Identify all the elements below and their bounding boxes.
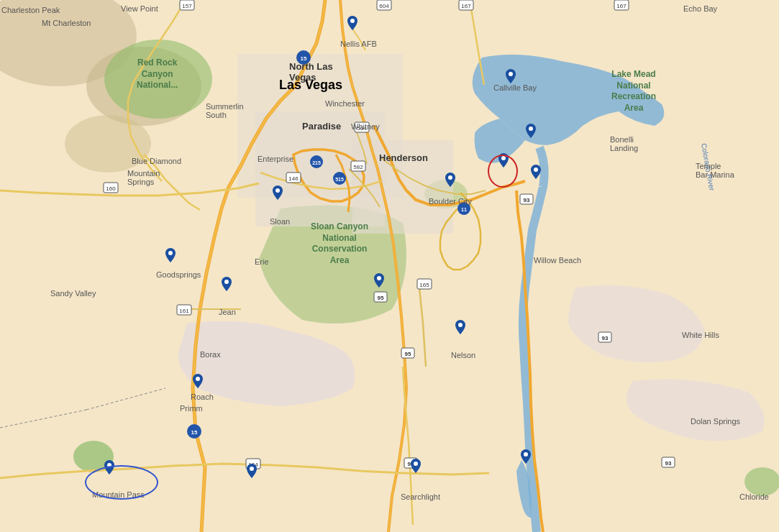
svg-text:93: 93 bbox=[524, 197, 530, 203]
pin-boulder-city[interactable] bbox=[445, 173, 455, 187]
svg-text:161: 161 bbox=[179, 308, 189, 314]
pin-goodsprings[interactable] bbox=[165, 248, 176, 262]
svg-text:160: 160 bbox=[106, 185, 116, 192]
svg-text:93: 93 bbox=[602, 335, 609, 341]
svg-point-67 bbox=[377, 276, 381, 280]
pin-nellis[interactable] bbox=[347, 16, 357, 30]
pin-colorado-south[interactable] bbox=[521, 449, 531, 464]
svg-point-58 bbox=[350, 19, 355, 23]
svg-point-66 bbox=[224, 280, 229, 284]
svg-text:15: 15 bbox=[301, 55, 307, 62]
svg-text:146: 146 bbox=[288, 175, 299, 182]
svg-point-70 bbox=[107, 463, 111, 467]
svg-text:167: 167 bbox=[461, 3, 471, 9]
svg-point-60 bbox=[529, 127, 533, 131]
svg-text:515: 515 bbox=[335, 177, 344, 182]
pin-hoover-dam-2[interactable] bbox=[531, 165, 541, 179]
map-container: 15 15 515 215 11 95 95 95 93 93 93 bbox=[0, 0, 779, 532]
pin-searchlight[interactable] bbox=[411, 459, 421, 473]
pin-south-center[interactable] bbox=[247, 464, 257, 478]
pin-nelson[interactable] bbox=[455, 320, 465, 334]
svg-point-68 bbox=[458, 323, 463, 327]
svg-text:95: 95 bbox=[378, 295, 384, 301]
svg-text:167: 167 bbox=[616, 3, 627, 9]
pin-callville[interactable] bbox=[506, 69, 516, 83]
svg-point-7 bbox=[744, 467, 779, 496]
svg-point-72 bbox=[414, 462, 418, 466]
svg-point-59 bbox=[509, 72, 513, 76]
pin-hoover-dam-1[interactable] bbox=[498, 153, 509, 168]
svg-text:165: 165 bbox=[419, 282, 429, 288]
pin-jean[interactable] bbox=[222, 277, 232, 291]
map-svg: 15 15 515 215 11 95 95 95 93 93 93 bbox=[0, 0, 779, 532]
svg-point-69 bbox=[196, 377, 200, 381]
pin-sloan[interactable] bbox=[273, 185, 283, 200]
svg-text:582: 582 bbox=[353, 164, 363, 170]
svg-text:604: 604 bbox=[379, 3, 389, 9]
pin-mountain-pass[interactable] bbox=[104, 460, 114, 474]
svg-point-4 bbox=[104, 40, 212, 119]
svg-point-73 bbox=[524, 452, 528, 457]
svg-text:95: 95 bbox=[405, 351, 411, 357]
svg-text:215: 215 bbox=[312, 160, 321, 165]
pin-center-desert[interactable] bbox=[374, 273, 384, 288]
svg-text:93: 93 bbox=[665, 460, 672, 467]
svg-point-65 bbox=[168, 251, 173, 255]
svg-point-64 bbox=[448, 175, 452, 180]
pin-roach[interactable] bbox=[193, 374, 203, 388]
pin-henderson-ne[interactable] bbox=[526, 124, 536, 138]
svg-point-61 bbox=[501, 156, 506, 160]
svg-text:15: 15 bbox=[191, 429, 198, 436]
svg-point-3 bbox=[65, 115, 151, 173]
svg-point-63 bbox=[275, 188, 280, 193]
svg-point-62 bbox=[534, 168, 538, 172]
svg-point-71 bbox=[250, 467, 254, 471]
svg-text:157: 157 bbox=[182, 3, 192, 9]
svg-text:11: 11 bbox=[461, 207, 467, 212]
svg-text:564: 564 bbox=[357, 125, 367, 132]
